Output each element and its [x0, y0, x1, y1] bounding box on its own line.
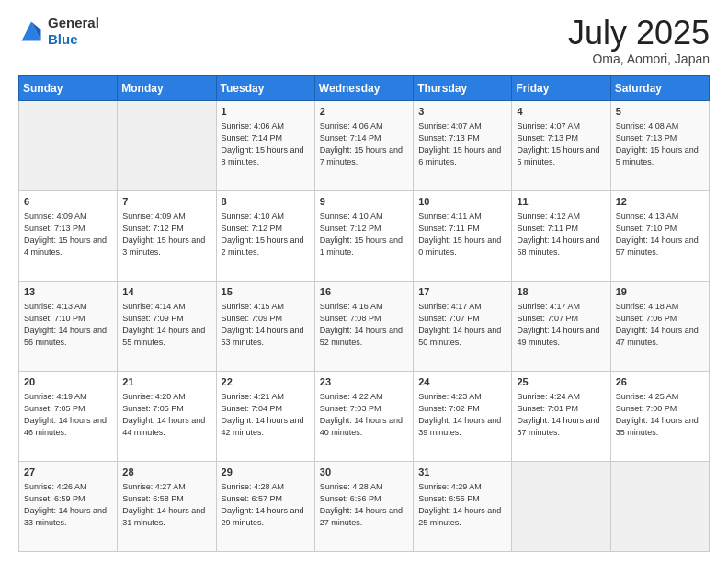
- calendar-cell: 22Sunrise: 4:21 AM Sunset: 7:04 PM Dayli…: [216, 371, 314, 461]
- day-number: 1: [222, 105, 310, 119]
- logo-icon: [18, 18, 44, 44]
- day-info: Sunrise: 4:22 AM Sunset: 7:03 PM Dayligh…: [320, 391, 408, 439]
- day-info: Sunrise: 4:25 AM Sunset: 7:00 PM Dayligh…: [616, 391, 704, 439]
- day-number: 30: [320, 465, 408, 479]
- day-info: Sunrise: 4:10 AM Sunset: 7:12 PM Dayligh…: [222, 211, 310, 259]
- calendar-cell: 2Sunrise: 4:06 AM Sunset: 7:14 PM Daylig…: [314, 100, 413, 190]
- calendar-cell: 25Sunrise: 4:24 AM Sunset: 7:01 PM Dayli…: [512, 371, 610, 461]
- calendar-cell: 8Sunrise: 4:10 AM Sunset: 7:12 PM Daylig…: [216, 190, 314, 281]
- day-number: 9: [320, 195, 408, 209]
- calendar-cell: 19Sunrise: 4:18 AM Sunset: 7:06 PM Dayli…: [610, 281, 709, 371]
- day-number: 8: [222, 195, 310, 209]
- calendar-header-tuesday: Tuesday: [216, 75, 314, 100]
- calendar-cell: 20Sunrise: 4:19 AM Sunset: 7:05 PM Dayli…: [19, 371, 118, 461]
- day-info: Sunrise: 4:09 AM Sunset: 7:12 PM Dayligh…: [122, 211, 210, 259]
- calendar-week-2: 6Sunrise: 4:09 AM Sunset: 7:13 PM Daylig…: [19, 190, 710, 281]
- logo-general: General: [48, 15, 99, 30]
- day-number: 26: [616, 375, 704, 389]
- day-info: Sunrise: 4:19 AM Sunset: 7:05 PM Dayligh…: [24, 391, 112, 439]
- day-number: 27: [24, 465, 112, 479]
- calendar-cell: 31Sunrise: 4:29 AM Sunset: 6:55 PM Dayli…: [414, 461, 512, 551]
- day-info: Sunrise: 4:26 AM Sunset: 6:59 PM Dayligh…: [24, 481, 112, 529]
- day-number: 24: [418, 375, 506, 389]
- day-info: Sunrise: 4:14 AM Sunset: 7:09 PM Dayligh…: [122, 301, 210, 349]
- calendar-cell: 29Sunrise: 4:28 AM Sunset: 6:57 PM Dayli…: [216, 461, 314, 551]
- title-block: July 2025 Oma, Aomori, Japan: [568, 15, 710, 66]
- calendar-cell: [118, 100, 216, 190]
- calendar-header-thursday: Thursday: [414, 75, 512, 100]
- title-location: Oma, Aomori, Japan: [568, 52, 710, 66]
- day-info: Sunrise: 4:18 AM Sunset: 7:06 PM Dayligh…: [616, 301, 704, 349]
- calendar-cell: 11Sunrise: 4:12 AM Sunset: 7:11 PM Dayli…: [512, 190, 610, 281]
- logo-text: General Blue: [48, 15, 99, 48]
- calendar-header-monday: Monday: [118, 75, 216, 100]
- day-number: 7: [122, 195, 210, 209]
- day-number: 6: [24, 195, 112, 209]
- day-number: 10: [418, 195, 506, 209]
- day-info: Sunrise: 4:13 AM Sunset: 7:10 PM Dayligh…: [616, 211, 704, 259]
- day-number: 12: [616, 195, 704, 209]
- day-info: Sunrise: 4:10 AM Sunset: 7:12 PM Dayligh…: [320, 211, 408, 259]
- day-info: Sunrise: 4:13 AM Sunset: 7:10 PM Dayligh…: [24, 301, 112, 349]
- day-number: 18: [517, 285, 605, 299]
- calendar-cell: [19, 100, 118, 190]
- day-number: 2: [320, 105, 408, 119]
- day-number: 31: [418, 465, 506, 479]
- day-info: Sunrise: 4:11 AM Sunset: 7:11 PM Dayligh…: [418, 211, 506, 259]
- calendar-cell: 17Sunrise: 4:17 AM Sunset: 7:07 PM Dayli…: [414, 281, 512, 371]
- calendar-cell: [610, 461, 709, 551]
- day-number: 19: [616, 285, 704, 299]
- day-number: 14: [122, 285, 210, 299]
- day-info: Sunrise: 4:07 AM Sunset: 7:13 PM Dayligh…: [517, 121, 605, 168]
- day-info: Sunrise: 4:17 AM Sunset: 7:07 PM Dayligh…: [418, 301, 506, 349]
- calendar-cell: 26Sunrise: 4:25 AM Sunset: 7:00 PM Dayli…: [610, 371, 709, 461]
- calendar-cell: 9Sunrise: 4:10 AM Sunset: 7:12 PM Daylig…: [314, 190, 413, 281]
- day-number: 15: [222, 285, 310, 299]
- day-info: Sunrise: 4:16 AM Sunset: 7:08 PM Dayligh…: [320, 301, 408, 349]
- calendar-cell: 6Sunrise: 4:09 AM Sunset: 7:13 PM Daylig…: [19, 190, 118, 281]
- calendar-cell: 21Sunrise: 4:20 AM Sunset: 7:05 PM Dayli…: [118, 371, 216, 461]
- day-number: 23: [320, 375, 408, 389]
- day-info: Sunrise: 4:09 AM Sunset: 7:13 PM Dayligh…: [24, 211, 112, 259]
- day-info: Sunrise: 4:23 AM Sunset: 7:02 PM Dayligh…: [418, 391, 506, 439]
- calendar-table: SundayMondayTuesdayWednesdayThursdayFrid…: [18, 75, 710, 552]
- day-info: Sunrise: 4:08 AM Sunset: 7:13 PM Dayligh…: [616, 121, 704, 168]
- page: General Blue July 2025 Oma, Aomori, Japa…: [0, 0, 728, 563]
- calendar-header-wednesday: Wednesday: [314, 75, 413, 100]
- calendar-header-row: SundayMondayTuesdayWednesdayThursdayFrid…: [19, 75, 710, 100]
- day-number: 5: [616, 105, 704, 119]
- day-number: 11: [517, 195, 605, 209]
- day-number: 22: [222, 375, 310, 389]
- day-number: 20: [24, 375, 112, 389]
- calendar-week-1: 1Sunrise: 4:06 AM Sunset: 7:14 PM Daylig…: [19, 100, 710, 190]
- day-info: Sunrise: 4:15 AM Sunset: 7:09 PM Dayligh…: [222, 301, 310, 349]
- day-info: Sunrise: 4:20 AM Sunset: 7:05 PM Dayligh…: [122, 391, 210, 439]
- calendar-cell: 15Sunrise: 4:15 AM Sunset: 7:09 PM Dayli…: [216, 281, 314, 371]
- day-info: Sunrise: 4:28 AM Sunset: 6:57 PM Dayligh…: [222, 481, 310, 529]
- calendar-cell: 3Sunrise: 4:07 AM Sunset: 7:13 PM Daylig…: [414, 100, 512, 190]
- day-info: Sunrise: 4:28 AM Sunset: 6:56 PM Dayligh…: [320, 481, 408, 529]
- day-number: 16: [320, 285, 408, 299]
- calendar-header-saturday: Saturday: [610, 75, 709, 100]
- calendar-cell: 16Sunrise: 4:16 AM Sunset: 7:08 PM Dayli…: [314, 281, 413, 371]
- calendar-cell: 24Sunrise: 4:23 AM Sunset: 7:02 PM Dayli…: [414, 371, 512, 461]
- day-number: 17: [418, 285, 506, 299]
- calendar-cell: 4Sunrise: 4:07 AM Sunset: 7:13 PM Daylig…: [512, 100, 610, 190]
- calendar-cell: 23Sunrise: 4:22 AM Sunset: 7:03 PM Dayli…: [314, 371, 413, 461]
- calendar-cell: 13Sunrise: 4:13 AM Sunset: 7:10 PM Dayli…: [19, 281, 118, 371]
- day-info: Sunrise: 4:07 AM Sunset: 7:13 PM Dayligh…: [418, 121, 506, 168]
- calendar-header-sunday: Sunday: [19, 75, 118, 100]
- day-info: Sunrise: 4:27 AM Sunset: 6:58 PM Dayligh…: [122, 481, 210, 529]
- day-number: 25: [517, 375, 605, 389]
- calendar-cell: 28Sunrise: 4:27 AM Sunset: 6:58 PM Dayli…: [118, 461, 216, 551]
- calendar-cell: 12Sunrise: 4:13 AM Sunset: 7:10 PM Dayli…: [610, 190, 709, 281]
- title-month: July 2025: [568, 15, 710, 52]
- day-info: Sunrise: 4:06 AM Sunset: 7:14 PM Dayligh…: [320, 121, 408, 168]
- calendar-cell: 14Sunrise: 4:14 AM Sunset: 7:09 PM Dayli…: [118, 281, 216, 371]
- calendar-week-5: 27Sunrise: 4:26 AM Sunset: 6:59 PM Dayli…: [19, 461, 710, 551]
- day-info: Sunrise: 4:21 AM Sunset: 7:04 PM Dayligh…: [222, 391, 310, 439]
- day-number: 3: [418, 105, 506, 119]
- day-info: Sunrise: 4:12 AM Sunset: 7:11 PM Dayligh…: [517, 211, 605, 259]
- calendar-cell: 30Sunrise: 4:28 AM Sunset: 6:56 PM Dayli…: [314, 461, 413, 551]
- calendar-week-4: 20Sunrise: 4:19 AM Sunset: 7:05 PM Dayli…: [19, 371, 710, 461]
